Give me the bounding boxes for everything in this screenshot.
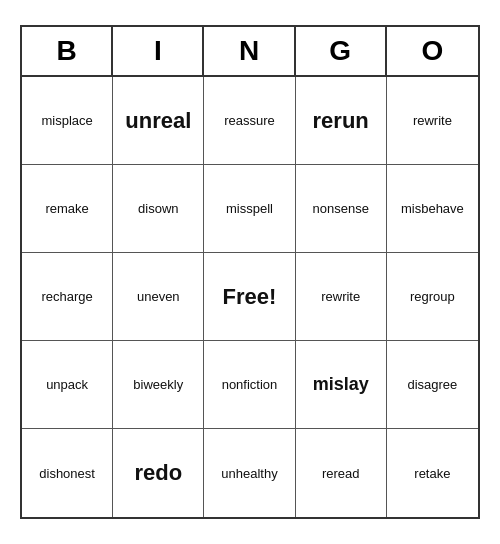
cell-18: mislay (296, 341, 387, 429)
cell-23: reread (296, 429, 387, 517)
header-O: O (387, 27, 478, 75)
cell-7: misspell (204, 165, 295, 253)
cell-12: Free! (204, 253, 295, 341)
cell-0: misplace (22, 77, 113, 165)
bingo-header: BINGO (22, 27, 478, 77)
cell-22: unhealthy (204, 429, 295, 517)
cell-17: nonfiction (204, 341, 295, 429)
cell-14: regroup (387, 253, 478, 341)
cell-9: misbehave (387, 165, 478, 253)
cell-4: rewrite (387, 77, 478, 165)
cell-20: dishonest (22, 429, 113, 517)
header-B: B (22, 27, 113, 75)
cell-1: unreal (113, 77, 204, 165)
header-G: G (296, 27, 387, 75)
cell-8: nonsense (296, 165, 387, 253)
cell-13: rewrite (296, 253, 387, 341)
cell-6: disown (113, 165, 204, 253)
bingo-card: BINGO misplaceunrealreassurererunrewrite… (20, 25, 480, 519)
cell-21: redo (113, 429, 204, 517)
cell-5: remake (22, 165, 113, 253)
cell-11: uneven (113, 253, 204, 341)
cell-15: unpack (22, 341, 113, 429)
header-I: I (113, 27, 204, 75)
cell-16: biweekly (113, 341, 204, 429)
cell-10: recharge (22, 253, 113, 341)
cell-19: disagree (387, 341, 478, 429)
cell-2: reassure (204, 77, 295, 165)
bingo-grid: misplaceunrealreassurererunrewriteremake… (22, 77, 478, 517)
cell-24: retake (387, 429, 478, 517)
cell-3: rerun (296, 77, 387, 165)
header-N: N (204, 27, 295, 75)
